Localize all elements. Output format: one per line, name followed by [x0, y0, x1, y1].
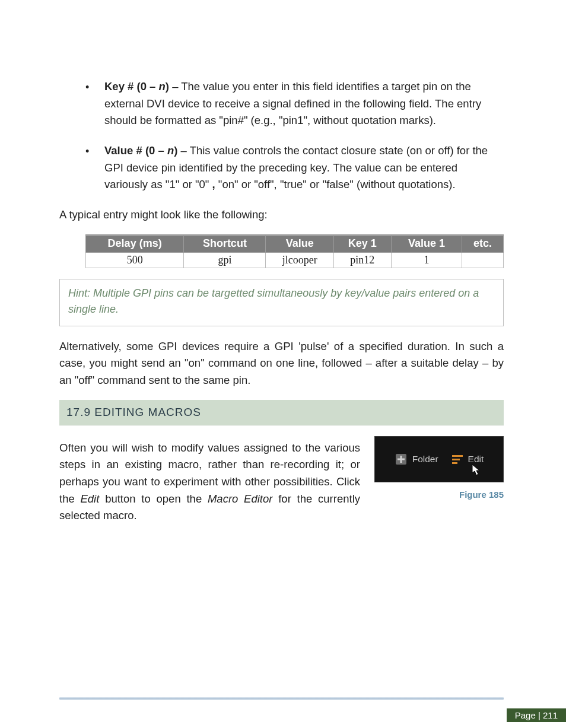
- svg-rect-2: [398, 458, 405, 460]
- typical-intro: A typical entry might look like the foll…: [59, 206, 504, 224]
- svg-rect-3: [452, 455, 463, 457]
- td-value: jlcooper: [266, 252, 333, 268]
- td-delay: 500: [86, 252, 184, 268]
- th-value: Value: [266, 234, 333, 252]
- section-heading: 17.9 EDITING MACROS: [59, 400, 504, 425]
- td-etc: [462, 252, 504, 268]
- folder-button[interactable]: Folder: [395, 453, 438, 466]
- bullet-dot-icon: •: [85, 80, 89, 96]
- figure-toolbar: Folder Edit: [374, 436, 504, 482]
- page: • Key # (0 – n) – The value you enter in…: [0, 0, 566, 728]
- bullet-key-lead: Key # (0 – n): [104, 80, 169, 93]
- td-value1: 1: [391, 252, 462, 268]
- folder-label: Folder: [412, 454, 438, 465]
- hint-box: Hint: Multiple GPI pins can be targetted…: [59, 279, 504, 326]
- edit-button[interactable]: Edit: [451, 453, 484, 465]
- th-etc: etc.: [462, 234, 504, 252]
- td-key1: pin12: [333, 252, 391, 268]
- td-shortcut: gpi: [184, 252, 266, 268]
- editing-paragraph: Often you will wish to modify values ass…: [59, 440, 360, 524]
- alt-paragraph: Alternatively, some GPI devices require …: [59, 338, 504, 389]
- figure-caption: Figure 185: [374, 489, 504, 500]
- bullet-value-lead: Value # (0 – n): [104, 144, 177, 157]
- bullet-value-text-c: "on" or "off", "true" or "false" (withou…: [215, 178, 456, 190]
- footer-divider: [59, 697, 504, 700]
- cursor-icon: [472, 464, 481, 476]
- th-shortcut: Shortcut: [184, 234, 266, 252]
- bullet-key-item: • Key # (0 – n) – The value you enter in…: [85, 78, 504, 129]
- folder-plus-icon: [395, 453, 408, 466]
- edit-label: Edit: [468, 454, 484, 465]
- th-key1: Key 1: [333, 234, 391, 252]
- bullet-value-item: • Value # (0 – n) – This value controls …: [85, 142, 504, 193]
- th-delay: Delay (ms): [86, 234, 184, 252]
- svg-rect-5: [452, 462, 457, 464]
- th-value1: Value 1: [391, 234, 462, 252]
- bullet-key-text-b: " (e.g., "pin1", without quotation marks…: [244, 114, 436, 126]
- bullet-key-pinhash: #: [238, 114, 244, 126]
- table-row: 500 gpi jlcooper pin12 1: [86, 252, 504, 268]
- bullet-dot-icon: •: [85, 144, 89, 160]
- figure-column: Folder Edit: [374, 436, 504, 500]
- edit-lines-icon: [451, 453, 463, 465]
- svg-rect-4: [452, 459, 460, 460]
- example-table: Delay (ms) Shortcut Value Key 1 Value 1 …: [85, 234, 504, 268]
- bullet-list: • Key # (0 – n) – The value you enter in…: [59, 78, 504, 193]
- page-number: Page | 211: [507, 708, 566, 722]
